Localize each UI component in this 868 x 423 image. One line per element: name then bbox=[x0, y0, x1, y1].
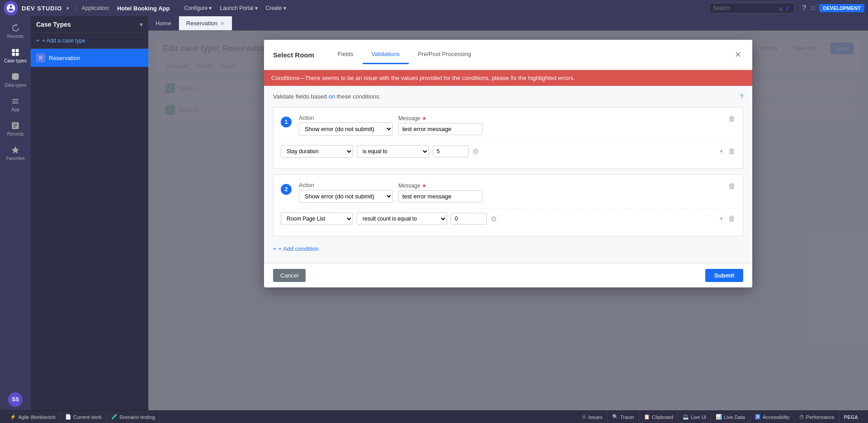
bottom-issues[interactable]: ⚠ Issues bbox=[577, 411, 608, 423]
error-text: Conditions—There seems to be an issue wi… bbox=[271, 75, 575, 81]
case-types-panel: Case Types ▾ + + Add a case type R Reser… bbox=[31, 16, 148, 410]
launch-portal-btn[interactable]: Launch Portal ▾ bbox=[216, 3, 261, 13]
condition-1-action-select[interactable]: Show error (do not submit) bbox=[299, 122, 393, 136]
avatar: SS bbox=[8, 392, 23, 407]
studio-dropdown[interactable]: ▾ bbox=[66, 5, 69, 11]
add-case-type-btn[interactable]: + + Add a case type bbox=[31, 33, 148, 49]
content-area: Home Reservation ✕ Edit case type: Reser… bbox=[148, 16, 868, 410]
condition-1-message-input[interactable] bbox=[398, 123, 482, 135]
clipboard-icon: 📋 bbox=[644, 414, 650, 420]
condition-1-delete-btn[interactable]: 🗑 bbox=[728, 115, 736, 123]
bottom-scenario-testing[interactable]: 🧪 Scenario testing bbox=[107, 411, 160, 423]
condition-1-num: 1 bbox=[281, 117, 292, 127]
bottom-performance[interactable]: ⏱ Performance bbox=[795, 411, 840, 423]
condition-2-num: 2 bbox=[281, 184, 292, 195]
create-btn[interactable]: Create ▾ bbox=[262, 3, 290, 13]
sidebar-item-recents[interactable]: Recents bbox=[2, 20, 29, 42]
condition-2-message-label: Message ★ bbox=[398, 183, 482, 189]
app-label: Application: bbox=[82, 5, 110, 11]
modal-tab-fields[interactable]: Fields bbox=[329, 45, 363, 64]
bottom-clipboard[interactable]: 📋 Clipboard bbox=[639, 411, 678, 423]
studio-title: DEV STUDIO bbox=[22, 5, 62, 12]
modal-subtitle: Validate fields based on these condition… bbox=[273, 93, 743, 100]
sidebar-item-records[interactable]: Records bbox=[2, 118, 29, 140]
reservation-label: Reservation bbox=[49, 55, 80, 61]
bottom-live-data[interactable]: 📊 Live Data bbox=[711, 411, 750, 423]
accessibility-icon: ♿ bbox=[755, 414, 761, 420]
condition-2-value-input[interactable] bbox=[451, 213, 487, 225]
bottom-bar: ⚡ Agile Workbench 📄 Current work 🧪 Scena… bbox=[0, 410, 868, 423]
doc-icon: 📄 bbox=[65, 414, 71, 420]
submit-btn[interactable]: Submit bbox=[705, 269, 743, 282]
modal-footer: Cancel Submit bbox=[264, 263, 752, 287]
condition-1-value-input[interactable] bbox=[433, 146, 469, 157]
tab-close[interactable]: ✕ bbox=[220, 20, 225, 27]
modal-header: Select Room Fields Validations Pre/Post … bbox=[264, 40, 752, 70]
condition-2-message-group: Message ★ bbox=[398, 183, 482, 202]
condition-2-row: Room Page List result count is equal to … bbox=[281, 208, 736, 229]
condition-1-gear-icon[interactable]: ⚙ bbox=[472, 147, 479, 156]
condition-1-field-select[interactable]: Stay duration bbox=[281, 145, 353, 158]
sidebar-favorites-label: Favorites bbox=[6, 156, 24, 161]
live-ui-icon: 💻 bbox=[683, 414, 689, 420]
sidebar: Recents Case types Data types App Record… bbox=[0, 16, 31, 410]
logo bbox=[4, 1, 18, 15]
tab-reservation[interactable]: Reservation ✕ bbox=[179, 16, 232, 30]
cancel-btn[interactable]: Cancel bbox=[273, 269, 306, 282]
tab-home[interactable]: Home bbox=[148, 16, 179, 30]
test-icon: 🧪 bbox=[111, 414, 118, 420]
sidebar-item-casetypes[interactable]: Case types bbox=[2, 44, 29, 67]
condition-2-action-select[interactable]: Show error (do not submit) bbox=[299, 190, 393, 203]
condition-2-gear-icon[interactable]: ⚙ bbox=[491, 215, 497, 223]
case-panel-item-reservation[interactable]: R Reservation bbox=[31, 49, 148, 67]
condition-1-message-group: Message ★ bbox=[398, 115, 482, 135]
modal-header-left: Select Room Fields Validations Pre/Post … bbox=[273, 45, 480, 64]
sidebar-item-favorites[interactable]: Favorites bbox=[2, 142, 29, 164]
bottom-accessibility[interactable]: ♿ Accessibility bbox=[750, 411, 795, 423]
sidebar-casetypes-label: Case types bbox=[4, 58, 27, 63]
topbar-nav: Configure ▾ Launch Portal ▾ Create ▾ bbox=[180, 3, 289, 13]
bottom-current-work[interactable]: 📄 Current work bbox=[61, 411, 107, 423]
modal-body: Validate fields based on these condition… bbox=[264, 86, 752, 263]
app-name-btn[interactable]: Hotel Booking App bbox=[113, 3, 174, 14]
conditions-link[interactable]: on bbox=[329, 93, 335, 100]
condition-2-row-delete-btn[interactable]: 🗑 bbox=[728, 215, 736, 223]
condition-1-add-btn[interactable]: + bbox=[720, 148, 723, 155]
topbar: DEV STUDIO ▾ | Application: Hotel Bookin… bbox=[0, 0, 868, 16]
help-icon[interactable]: ? bbox=[802, 4, 806, 12]
condition-2-operator-select[interactable]: result count is equal to bbox=[357, 212, 447, 225]
condition-1-row: Stay duration is equal to ⚙ + 🗑 bbox=[281, 141, 736, 161]
condition-2-message-input[interactable] bbox=[398, 190, 482, 202]
condition-2-field-select[interactable]: Room Page List bbox=[281, 212, 353, 225]
condition-2-action-group: Action Show error (do not submit) bbox=[299, 182, 393, 203]
sidebar-item-datatypes[interactable]: Data types bbox=[2, 69, 29, 91]
sidebar-item-app[interactable]: App bbox=[2, 93, 29, 116]
bottom-tracer[interactable]: 🔍 Tracer bbox=[608, 411, 639, 423]
apps-icon[interactable]: ⁙ bbox=[810, 4, 816, 13]
svg-rect-1 bbox=[16, 49, 19, 52]
search-input[interactable] bbox=[713, 5, 776, 11]
add-condition-btn[interactable]: + + Add condition bbox=[273, 242, 743, 256]
configure-btn[interactable]: Configure ▾ bbox=[180, 3, 215, 13]
environment-badge[interactable]: DEVELOPMENT bbox=[819, 4, 864, 12]
tab-bar: Home Reservation ✕ bbox=[148, 16, 868, 31]
modal-tab-prepost[interactable]: Pre/Post Processing bbox=[409, 45, 480, 64]
live-data-icon: 📊 bbox=[716, 414, 722, 420]
search-icon[interactable]: ⌕ bbox=[779, 5, 783, 12]
svg-rect-0 bbox=[12, 49, 15, 52]
condition-2-add-btn[interactable]: + bbox=[720, 216, 723, 222]
condition-2-delete-btn[interactable]: 🗑 bbox=[728, 182, 736, 190]
modal-close-btn[interactable]: ✕ bbox=[733, 48, 743, 61]
help-icon-modal[interactable]: ? bbox=[740, 93, 743, 100]
bottom-agile-workbench[interactable]: ⚡ Agile Workbench bbox=[5, 411, 61, 423]
add-icon: + bbox=[36, 38, 39, 44]
condition-1-operator-select[interactable]: is equal to bbox=[357, 145, 429, 158]
condition-1-action-label: Action bbox=[299, 115, 393, 121]
lightning-icon: ⚡ bbox=[10, 414, 16, 420]
check-icon: ✓ bbox=[785, 5, 791, 12]
condition-1-row-delete-btn[interactable]: 🗑 bbox=[728, 147, 736, 155]
modal-tab-validations[interactable]: Validations bbox=[363, 45, 409, 64]
case-panel-collapse[interactable]: ▾ bbox=[140, 21, 143, 28]
tracer-icon: 🔍 bbox=[612, 414, 618, 420]
bottom-live-ui[interactable]: 💻 Live UI bbox=[678, 411, 711, 423]
